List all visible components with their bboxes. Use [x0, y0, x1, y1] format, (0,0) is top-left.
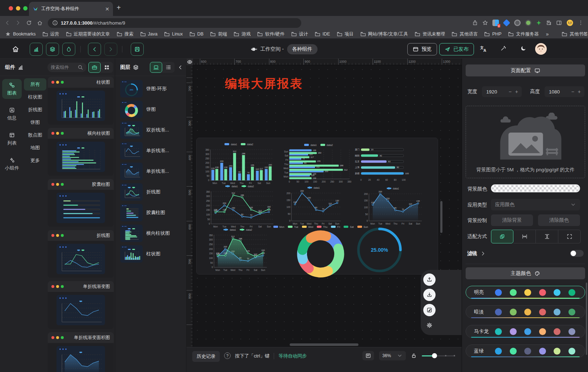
maximize-window-button[interactable]: [23, 6, 28, 11]
category-item[interactable]: 饼图: [24, 116, 46, 129]
site-info-icon[interactable]: [52, 20, 58, 26]
bookmark-star-icon[interactable]: [482, 20, 488, 26]
user-avatar[interactable]: [535, 43, 547, 55]
width-minus-button[interactable]: −: [509, 89, 512, 95]
bookmark-item[interactable]: 网站/博客/文章/工具: [360, 31, 408, 37]
background-upload-dropzone[interactable]: 背景图需小于 5M ，格式为 png/jpg/gif 的文件: [466, 106, 585, 178]
widget-pie[interactable]: MonTueWedThuFriSatSun: [282, 224, 360, 279]
list-view-button[interactable]: [162, 62, 175, 73]
editor-canvas[interactable]: 6007008009001000110012001300 20030040050…: [186, 59, 462, 372]
window-controls[interactable]: [9, 6, 28, 11]
search-input[interactable]: [51, 65, 76, 70]
sidebar-item-图表[interactable]: 图表: [2, 79, 22, 99]
address-bar[interactable]: 127.0.0.1:3000/#/chart/home/9: [48, 18, 301, 28]
widget-capsule[interactable]: 厦门20南阳40北京60上海80新疆100020406080100: [352, 144, 413, 182]
export-button[interactable]: [423, 273, 436, 286]
category-item[interactable]: 更多: [24, 154, 46, 167]
other-bookmarks[interactable]: 其他书签: [562, 31, 588, 37]
slider-knob[interactable]: [432, 353, 437, 358]
category-item[interactable]: 地图: [24, 142, 46, 154]
clear-color-button[interactable]: 清除颜色: [538, 214, 580, 226]
bookmark-item[interactable]: 游戏: [234, 31, 251, 37]
layer-item[interactable]: 折线图: [115, 181, 186, 202]
toolbox-view-button[interactable]: [88, 62, 101, 73]
app-home-icon[interactable]: [12, 45, 19, 53]
history-button[interactable]: 历史记录: [192, 351, 220, 362]
zoom-select[interactable]: 36%: [379, 351, 406, 360]
bookmark-item[interactable]: 软件/硬件: [257, 31, 284, 37]
preview-button[interactable]: 预览: [407, 43, 437, 55]
publish-button[interactable]: 已发布: [439, 43, 474, 55]
bookmark-item[interactable]: 文件服务器: [508, 31, 539, 37]
height-value[interactable]: 1080: [545, 89, 571, 95]
width-plus-button[interactable]: +: [515, 89, 518, 95]
bookmark-item[interactable]: 资讯未整理: [415, 31, 445, 37]
height-minus-button[interactable]: −: [571, 89, 574, 95]
sidebar-toggle-icon[interactable]: [556, 20, 562, 26]
page-config-header[interactable]: 页面配置: [466, 64, 585, 76]
undo-button[interactable]: [88, 43, 101, 56]
filter-toggle[interactable]: [570, 250, 584, 257]
components-toggle-button[interactable]: [30, 43, 43, 56]
width-value[interactable]: 1920: [482, 89, 509, 95]
forward-icon[interactable]: [15, 20, 21, 26]
theme-color-header[interactable]: 主题颜色: [466, 267, 585, 279]
layer-item[interactable]: 单折线渐...: [115, 140, 186, 161]
share-icon[interactable]: [472, 20, 478, 26]
theme-row-明亮[interactable]: 明亮: [466, 286, 585, 299]
layers-toggle-button[interactable]: [46, 43, 59, 56]
extension-icon[interactable]: [503, 19, 510, 26]
back-icon[interactable]: [4, 20, 10, 26]
vertical-scrollbar[interactable]: [440, 201, 442, 233]
redo-button[interactable]: [104, 43, 117, 56]
height-stepper[interactable]: 1080 −+: [545, 86, 584, 97]
category-item[interactable]: 折线图: [24, 104, 46, 116]
layer-item[interactable]: 胶囊柱图: [115, 202, 186, 223]
layer-item[interactable]: 双折线渐...: [115, 120, 186, 140]
save-button[interactable]: [131, 43, 144, 56]
widget-line1[interactable]: data1501001502000MonTueWedThuFriSatSun12…: [283, 185, 344, 226]
bookmark-item[interactable]: 近期需要读的文章: [66, 31, 110, 37]
component-card[interactable]: 单折线渐变图: [48, 281, 114, 329]
toggle-guides-button[interactable]: [186, 59, 193, 65]
bookmark-item[interactable]: Linux: [164, 31, 183, 37]
layer-item[interactable]: 柱状图: [115, 243, 186, 264]
clear-background-button[interactable]: 清除背景: [491, 214, 533, 226]
sidebar-item-列表[interactable]: 列表: [2, 129, 22, 149]
dashboard-preview[interactable]: data1data2501001502002503003500MonTueWed…: [196, 138, 438, 275]
widget-ring[interactable]: 25.00%: [356, 226, 403, 274]
edit-button[interactable]: [423, 304, 436, 316]
widget-area1[interactable]: data1501001502000MonTueWedThuFriSatSun12…: [360, 186, 425, 226]
layer-item[interactable]: 横向柱状图: [115, 223, 186, 243]
component-card[interactable]: 胶囊柱图: [48, 179, 114, 227]
bookmark-item[interactable]: Java: [140, 31, 158, 37]
app-type-select[interactable]: 应用颜色: [491, 199, 580, 210]
width-stepper[interactable]: 1920 −+: [482, 86, 522, 97]
theme-row-马卡龙[interactable]: 马卡龙: [466, 325, 585, 338]
theme-row-暗淡[interactable]: 暗淡: [466, 305, 585, 318]
extension-icon[interactable]: [536, 20, 542, 26]
close-window-button[interactable]: [9, 6, 13, 11]
sidebar-item-小组件[interactable]: 小组件: [2, 154, 22, 174]
project-name-badge[interactable]: 各种组件: [287, 44, 318, 54]
lock-icon[interactable]: [411, 353, 417, 359]
bookmark-item[interactable]: PHP: [484, 31, 501, 37]
fit-height-button[interactable]: [536, 230, 558, 243]
horizontal-scrollbar[interactable]: [290, 343, 358, 346]
browser-menu-icon[interactable]: [578, 20, 584, 26]
bookmark-item[interactable]: DB: [189, 31, 203, 37]
bookmark-item[interactable]: 运营: [42, 31, 59, 37]
layer-item[interactable]: 单折线渐...: [115, 161, 186, 181]
bookmark-item[interactable]: 搜索: [117, 31, 134, 37]
browser-tab[interactable]: 工作空间-各种组件 ✕: [29, 2, 113, 16]
component-card[interactable]: 横向柱状图: [48, 128, 114, 176]
component-card[interactable]: 柱状图: [48, 77, 114, 125]
chevron-right-icon[interactable]: [480, 251, 486, 256]
bookmarks-manager[interactable]: Bookmarks: [5, 31, 36, 37]
height-plus-button[interactable]: +: [578, 89, 581, 95]
sidebar-item-信息[interactable]: 信息: [2, 104, 22, 124]
settings-button[interactable]: [423, 319, 436, 331]
background-color-swatch[interactable]: [491, 184, 580, 192]
bookmark-item[interactable]: 前端: [210, 31, 227, 37]
widget-line2[interactable]: data1data2501001502002503003500MonTueWed…: [202, 184, 277, 229]
